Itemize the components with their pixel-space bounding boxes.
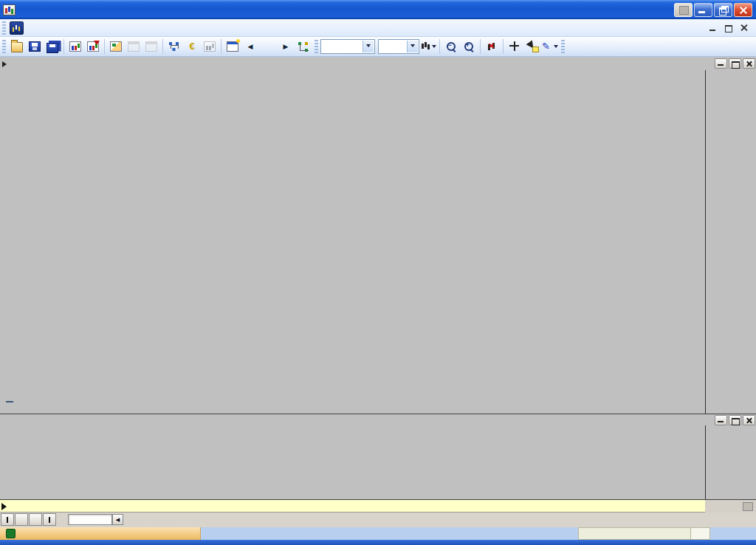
properties-icon [227,41,238,52]
pane-maximize-button[interactable] [729,58,741,69]
menubar-grip[interactable] [2,21,6,35]
bar-style-button[interactable] [419,38,437,55]
status-bar [0,527,756,540]
arrow-right-icon: ▶ [282,41,289,52]
draw-button[interactable]: ✎ [541,38,559,55]
menu-bar [0,19,756,37]
last-sheet-button[interactable] [43,513,56,526]
pane-maximize-button[interactable] [729,415,741,425]
status-cell [691,527,710,540]
orders-status-label [6,401,13,402]
chart-pane-controls [715,58,755,69]
network-icon [168,41,180,52]
zoom-in-icon: + [464,42,474,52]
child-minimize-icon[interactable] [708,23,719,32]
visual-chart-app: € ◀ ▶ − + ✎ [0,0,756,545]
minimize-button[interactable] [694,3,712,17]
pane-minimize-button[interactable] [715,58,727,69]
news-panel[interactable] [0,527,201,540]
quote-bar [0,58,756,70]
title-bar[interactable] [0,0,756,19]
macd-header [0,414,756,425]
link-nodes-icon [298,41,309,52]
zoom-out-button[interactable]: − [442,38,460,55]
bar-chart-icon [204,41,216,52]
period-combo[interactable] [320,39,375,54]
key-euro-icon: € [186,41,198,52]
window-tool-button [125,38,142,55]
news-icon [6,529,16,538]
chart-tool-disabled-button [201,38,219,55]
open-folder-icon [11,42,23,52]
scroll-left-icon[interactable]: ◀ [112,514,123,525]
chevron-down-icon[interactable] [362,41,374,52]
compression-combo[interactable] [378,39,419,54]
hide-bars-icon [486,41,498,52]
crosshair-icon [509,41,520,52]
macd-axis[interactable] [705,425,756,499]
restore-button[interactable] [714,3,732,17]
new-chart-button[interactable] [66,38,84,55]
bar-chart-icon [69,41,81,52]
image-table-button[interactable] [107,38,125,55]
collapse-arrow-icon[interactable] [2,61,10,67]
price-chart[interactable] [4,70,705,414]
child-restore-icon[interactable] [724,23,735,32]
pointer-note-icon [526,41,538,52]
open-button[interactable] [8,38,26,55]
chart-window [0,57,756,513]
import-data-button[interactable] [84,38,102,55]
toolbar: € ◀ ▶ − + ✎ [0,37,756,57]
prev-button[interactable]: ◀ [241,38,259,55]
window-tool2-button [142,38,160,55]
save-all-button[interactable] [44,38,61,55]
pane-close-button[interactable] [743,415,755,425]
candles-icon [420,41,430,52]
price-axis[interactable] [705,70,756,414]
pointer-button[interactable] [523,38,541,55]
macd-chart[interactable] [4,425,705,499]
save-icon [29,41,41,52]
first-sheet-button[interactable] [1,513,14,526]
hide-bars-button[interactable] [483,38,501,55]
window-bottom-border [0,540,756,545]
link-windows-button[interactable] [295,38,312,55]
theme-button[interactable] [674,3,693,17]
window-icon [145,41,157,52]
next-sheet-button[interactable] [29,513,42,526]
toolbar-grip[interactable] [2,40,6,53]
zoom-in-button[interactable]: + [460,38,478,55]
pane-close-button[interactable] [743,58,755,69]
pen-icon: ✎ [542,41,551,52]
toolbar-grip[interactable] [315,40,318,53]
toolbar-grip[interactable] [561,40,565,53]
chevron-down-icon [554,45,558,50]
next-button[interactable]: ▶ [277,38,295,55]
arrow-left-icon: ◀ [247,41,254,52]
chevron-down-icon[interactable] [407,41,418,52]
window-icon [128,41,140,52]
properties-button[interactable] [224,38,241,55]
status-value [578,527,691,540]
axis-corner [705,499,756,513]
chart-import-icon [87,41,99,52]
chevron-down-icon [432,45,436,50]
close-button[interactable] [734,3,752,17]
sheet-tab-bar: ◀ [0,513,756,527]
more-button[interactable] [259,38,277,55]
save-button[interactable] [26,38,44,55]
network-button[interactable] [165,38,183,55]
save-all-icon [47,43,58,53]
prev-sheet-button[interactable] [15,513,28,526]
image-table-icon [110,41,122,52]
zoom-out-icon: − [447,42,456,52]
scroll-right-icon[interactable] [1,503,10,510]
macd-pane-controls [715,415,755,425]
tab-scrollbar[interactable]: ◀ [68,514,112,525]
broker-access-button[interactable]: € [183,38,201,55]
pane-minimize-button[interactable] [715,415,727,425]
time-axis[interactable] [0,499,756,513]
crosshair-button[interactable] [506,38,523,55]
child-close-icon[interactable] [739,23,750,32]
chart-document-icon[interactable] [10,21,24,35]
